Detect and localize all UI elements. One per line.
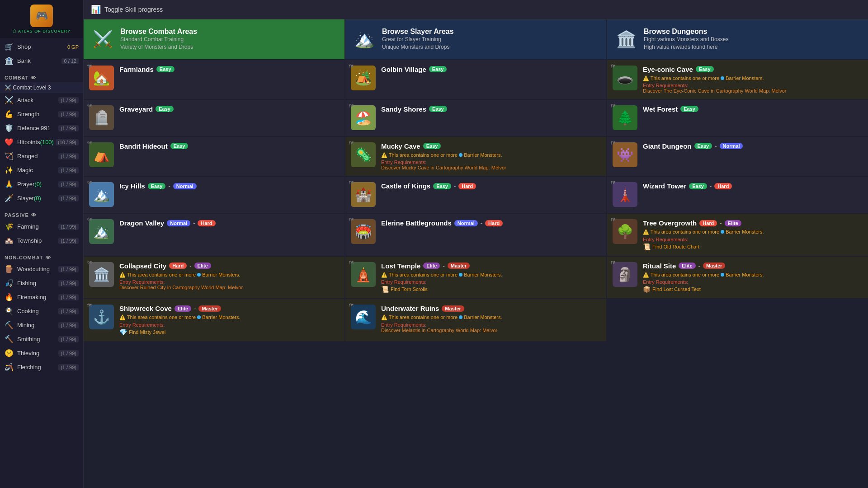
wizard-thumb: 🗼 (613, 182, 637, 207)
collapsed-diff-elite: Elite (194, 263, 211, 269)
area-card-graveyard[interactable]: 🗺 🪦 Graveyard Easy (84, 100, 344, 136)
combat-level-label: ⚔️ Combat Level 3 (5, 84, 51, 91)
combat-browse-text: Browse Combat Areas Standard Combat Trai… (120, 28, 197, 51)
area-card-giant-dungeon[interactable]: 🗺 👾 Giant Dungeon Easy - Normal (607, 137, 868, 176)
area-card-underwater[interactable]: 🗺 🌊 Underwater Ruins Master ⚠️ This area… (345, 299, 606, 341)
slayer-browse-text: Browse Slayer Areas Great for Slayer Tra… (382, 28, 454, 51)
sidebar-item-cooking[interactable]: 🍳 Cooking (1 / 99) (0, 304, 83, 318)
elerine-sep: - (481, 220, 482, 226)
golbin-info: Golbin Village Easy (381, 66, 601, 75)
main-content: 📊 Toggle Skill progress ⚔️ Browse Combat… (84, 0, 868, 488)
slayer-label: Slayer(0) (17, 195, 41, 202)
area-card-farmlands[interactable]: 🗺 🏡 Farmlands Easy (84, 60, 344, 99)
area-card-dragon-valley[interactable]: 🗺 🏔️ Dragon Valley Normal - Hard (84, 214, 344, 255)
castle-thumb: 🏰 (351, 182, 376, 207)
area-card-castle[interactable]: 🗺 🏰 Castle of Kings Easy - Hard (345, 177, 606, 213)
shipwreck-diff-master: Master (198, 305, 221, 312)
toggle-bar[interactable]: 📊 Toggle Skill progress (84, 0, 868, 19)
sidebar-item-ranged[interactable]: 🏹 Ranged (1 / 99) (0, 149, 83, 163)
sandy-info: Sandy Shores Easy (381, 105, 601, 115)
graveyard-diff: Easy (156, 106, 174, 112)
sandy-diff: Easy (429, 106, 447, 112)
defence-badge: (1 / 99) (58, 125, 79, 131)
browse-dungeons[interactable]: 🏛️ Browse Dungeons Fight various Monster… (607, 19, 868, 59)
dungeon-browse-title: Browse Dungeons (644, 28, 728, 36)
ranged-label: Ranged (17, 153, 38, 160)
area-card-wizard-tower[interactable]: 🗺 🗼 Wizard Tower Easy - Hard (607, 177, 868, 213)
sidebar-item-attack[interactable]: ⚔️ Attack (1 / 99) (0, 93, 83, 107)
lost-req-detail: 📜 Find Torn Scrolls (381, 286, 601, 293)
tree-info: Tree Overgrowth Hard - Elite ⚠️ This are… (643, 219, 863, 250)
hitpoints-badge: (10 / 99) (56, 139, 79, 145)
tree-find-icon: 📜 (643, 243, 651, 250)
sidebar-item-mining[interactable]: ⛏️ Mining (1 / 99) (0, 318, 83, 332)
bank-icon: 🏦 (5, 56, 14, 65)
area-card-bandit[interactable]: 🗺 ⛺ Bandit Hideout Easy (84, 137, 344, 176)
dragon-info: Dragon Valley Normal - Hard (119, 219, 339, 229)
eye-barrier-desc: ⚠️ This area contains one or more Barrie… (643, 75, 863, 82)
area-card-sandy-shores[interactable]: 🗺 🏖️ Sandy Shores Easy (345, 100, 606, 136)
sidebar-item-farming[interactable]: 🌾 Farming (1 / 99) (0, 220, 83, 234)
sidebar-item-thieving[interactable]: 🤫 Thieving (1 / 99) (0, 346, 83, 360)
area-card-golbin-village[interactable]: 🗺 🏕️ Golbin Village Easy (345, 60, 606, 99)
sidebar-item-township[interactable]: 🏘️ Township (1 / 99) (0, 234, 83, 248)
dragon-diff-normal: Normal (167, 220, 190, 226)
map-icon-dragon: 🗺 (87, 217, 92, 222)
browse-combat-areas[interactable]: ⚔️ Browse Combat Areas Standard Combat T… (84, 19, 344, 59)
map-icon-sandy: 🗺 (349, 103, 354, 108)
wet-diff: Easy (680, 106, 698, 112)
bank-value: 0 / 12 (61, 58, 79, 64)
prayer-badge: (1 / 99) (58, 181, 79, 188)
sidebar-item-hitpoints[interactable]: ❤️ Hitpoints(100) (10 / 99) (0, 135, 83, 149)
ranged-icon: 🏹 (5, 152, 14, 160)
fishing-badge: (1 / 99) (58, 280, 79, 286)
tree-barrier-desc: ⚠️ This area contains one or more Barrie… (643, 229, 863, 235)
tree-diff-hard: Hard (699, 220, 717, 226)
giant-diff-easy: Easy (694, 143, 712, 149)
icy-info: Icy Hills Easy - Normal (119, 182, 339, 192)
area-card-ritual-site[interactable]: 🗺 🗿 Ritual Site Elite - Master ⚠️ This a… (607, 257, 868, 298)
sidebar-item-firemaking[interactable]: 🔥 Firemaking (1 / 99) (0, 290, 83, 304)
collapsed-thumb: 🏛️ (89, 262, 114, 287)
sidebar-item-magic[interactable]: ✨ Magic (1 / 99) (0, 163, 83, 177)
lost-name: Lost Temple (381, 262, 420, 270)
tree-sep: - (720, 220, 722, 226)
wet-info: Wet Forest Easy (643, 105, 863, 115)
bandit-diff: Easy (170, 143, 189, 149)
sidebar-item-woodcutting[interactable]: 🪵 Woodcutting (1 / 99) (0, 262, 83, 276)
sidebar-item-defence[interactable]: 🛡️ Defence 991 (1 / 99) (0, 121, 83, 135)
icy-name: Icy Hills (119, 182, 145, 190)
ritual-find-icon: 📦 (643, 286, 651, 293)
area-card-shipwreck[interactable]: 🗺 ⚓ Shipwreck Cove Elite - Master ⚠️ Thi… (84, 299, 344, 341)
area-card-lost-temple[interactable]: 🗺 🛕 Lost Temple Elite - Master ⚠️ This a… (345, 257, 606, 298)
lost-sep: - (443, 263, 444, 269)
sidebar-item-fishing[interactable]: 🎣 Fishing (1 / 99) (0, 276, 83, 290)
sidebar-item-prayer[interactable]: 🙏 Prayer(0) (1 / 99) (0, 177, 83, 191)
eye-req-detail: Discover The Eye-Conic Cave in Cartograp… (643, 88, 863, 94)
area-card-elerine[interactable]: 🗺 🏟️ Elerine Battlegrounds Normal - Hard (345, 214, 606, 255)
shipwreck-barrier-desc: ⚠️ This area contains one or more Barrie… (119, 314, 339, 321)
map-icon-ritual: 🗺 (611, 260, 615, 265)
area-card-collapsed-city[interactable]: 🗺 🏛️ Collapsed City Hard - Elite ⚠️ This… (84, 257, 344, 298)
castle-diff-hard: Hard (458, 183, 476, 189)
browse-slayer-areas[interactable]: 🏔️ Browse Slayer Areas Great for Slayer … (345, 19, 606, 59)
prayer-icon: 🙏 (5, 180, 14, 188)
collapsed-sep: - (189, 263, 191, 269)
sidebar-item-smithing[interactable]: 🔨 Smithing (1 / 99) (0, 332, 83, 346)
sidebar-item-bank[interactable]: 🏦 Bank 0 / 12 (0, 54, 83, 68)
atlas-label: ⬡ ATLAS OF DISCOVERY (13, 29, 71, 33)
area-card-eye-conic[interactable]: 🗺 🕳️ Eye-conic Cave Easy ⚠️ This area co… (607, 60, 868, 99)
icy-diff-normal: Normal (173, 183, 197, 189)
sidebar-item-fletching[interactable]: 🪃 Fletching (1 / 99) (0, 360, 83, 374)
elerine-thumb: 🏟️ (351, 219, 376, 244)
area-card-icy-hills[interactable]: 🗺 🏔️ Icy Hills Easy - Normal (84, 177, 344, 213)
passive-section-header: PASSIVE 👁 (0, 209, 83, 220)
area-card-mucky[interactable]: 🗺 🦠 Mucky Cave Easy ⚠️ This area contain… (345, 137, 606, 176)
area-card-wet-forest[interactable]: 🗺 🌲 Wet Forest Easy (607, 100, 868, 136)
sidebar-item-shop[interactable]: 🛒 Shop 0 GP (0, 40, 83, 54)
ritual-req-detail: 📦 Find Lost Cursed Text (643, 286, 863, 293)
sidebar-item-slayer[interactable]: 🗡️ Slayer(0) (1 / 99) (0, 191, 83, 205)
slayer-browse-desc: Great for Slayer TrainingUnique Monsters… (382, 36, 454, 51)
sidebar-item-strength[interactable]: 💪 Strength (1 / 99) (0, 107, 83, 121)
area-card-tree-overgrowth[interactable]: 🗺 🌳 Tree Overgrowth Hard - Elite ⚠️ This… (607, 214, 868, 255)
